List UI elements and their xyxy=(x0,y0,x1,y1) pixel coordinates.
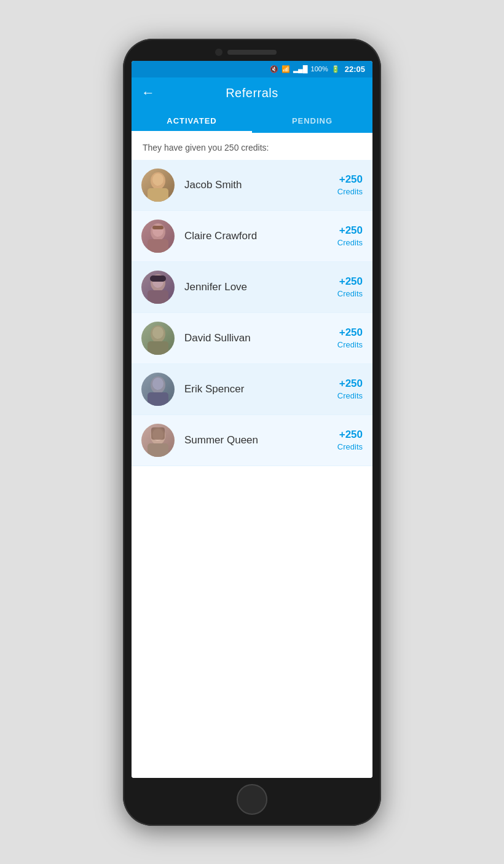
credits-number-claire: +250 xyxy=(337,224,363,237)
status-icons: 🔇 📶 ▂▄█ 100% 🔋 xyxy=(270,65,340,73)
battery-label: 100% xyxy=(311,65,328,73)
credits-number-jennifer: +250 xyxy=(337,275,363,288)
referral-name-summer: Summer Queen xyxy=(184,434,337,446)
referral-item-claire[interactable]: Claire Crawford +250 Credits xyxy=(132,211,372,262)
referral-item-summer[interactable]: Summer Queen +250 Credits xyxy=(132,415,372,466)
credits-label-claire: Credits xyxy=(337,238,363,247)
status-bar: 🔇 📶 ▂▄█ 100% 🔋 22:05 xyxy=(132,61,372,77)
page-title: Referrals xyxy=(226,86,278,100)
top-bar: ← Referrals xyxy=(132,77,372,109)
credits-label-jacob: Credits xyxy=(337,187,363,196)
wifi-icon: 📶 xyxy=(282,65,290,73)
svg-rect-4 xyxy=(148,239,168,253)
avatar-jennifer xyxy=(141,271,175,304)
credits-claire: +250 Credits xyxy=(337,224,363,248)
referral-list: Jacob Smith +250 Credits xyxy=(132,160,372,466)
avatar-jacob xyxy=(141,168,175,202)
svg-rect-12 xyxy=(148,341,168,355)
status-time: 22:05 xyxy=(345,65,365,74)
referral-name-claire: Claire Crawford xyxy=(184,230,337,242)
referral-item-erik[interactable]: Erik Spencer +250 Credits xyxy=(132,364,372,415)
credits-number-erik: +250 xyxy=(337,378,363,390)
credits-number-summer: +250 xyxy=(337,429,363,441)
referral-name-david: David Sullivan xyxy=(184,332,337,344)
credits-erik: +250 Credits xyxy=(337,378,363,401)
credits-jacob: +250 Credits xyxy=(337,173,363,197)
svg-rect-18 xyxy=(148,443,168,457)
tab-bar: ACTIVATED PENDING xyxy=(132,109,372,133)
svg-rect-6 xyxy=(152,226,163,229)
credits-label-jennifer: Credits xyxy=(337,289,363,298)
phone-screen: 🔇 📶 ▂▄█ 100% 🔋 22:05 ← Referrals ACTIVAT… xyxy=(132,61,372,778)
back-button[interactable]: ← xyxy=(141,85,155,101)
credits-label-summer: Credits xyxy=(337,442,363,451)
avatar-erik xyxy=(141,373,175,406)
tab-activated[interactable]: ACTIVATED xyxy=(132,109,252,133)
referral-item-david[interactable]: David Sullivan +250 Credits xyxy=(132,313,372,364)
credits-summer: +250 Credits xyxy=(337,429,363,452)
tab-pending[interactable]: PENDING xyxy=(252,109,372,133)
phone-outer: 🔇 📶 ▂▄█ 100% 🔋 22:05 ← Referrals ACTIVAT… xyxy=(123,39,381,826)
avatar-summer xyxy=(141,424,175,457)
svg-point-16 xyxy=(152,378,163,390)
referral-name-jennifer: Jennifer Love xyxy=(184,281,337,293)
content-area: They have given you 250 credits: xyxy=(132,133,372,778)
svg-rect-15 xyxy=(148,392,168,406)
referral-name-erik: Erik Spencer xyxy=(184,383,337,395)
battery-icon: 🔋 xyxy=(331,65,340,73)
phone-speaker xyxy=(227,50,277,55)
credits-label-erik: Credits xyxy=(337,391,363,400)
svg-rect-10 xyxy=(150,275,166,282)
credits-david: +250 Credits xyxy=(337,327,363,350)
referral-name-jacob: Jacob Smith xyxy=(184,179,337,191)
avatar-claire xyxy=(141,220,175,253)
credits-header: They have given you 250 credits: xyxy=(132,133,372,160)
home-button[interactable] xyxy=(237,784,267,815)
svg-point-2 xyxy=(152,173,163,186)
credits-label-david: Credits xyxy=(337,340,363,349)
credits-jennifer: +250 Credits xyxy=(337,275,363,299)
svg-rect-20 xyxy=(151,427,165,440)
credits-number-jacob: +250 xyxy=(337,173,363,186)
avatar-david xyxy=(141,322,175,355)
svg-rect-8 xyxy=(148,290,168,304)
referral-item-jacob[interactable]: Jacob Smith +250 Credits xyxy=(132,160,372,211)
referral-item-jennifer[interactable]: Jennifer Love +250 Credits xyxy=(132,262,372,313)
mute-icon: 🔇 xyxy=(270,65,278,73)
svg-point-13 xyxy=(152,327,163,339)
credits-number-david: +250 xyxy=(337,327,363,339)
svg-rect-1 xyxy=(148,188,168,202)
signal-icon: ▂▄█ xyxy=(293,65,308,73)
